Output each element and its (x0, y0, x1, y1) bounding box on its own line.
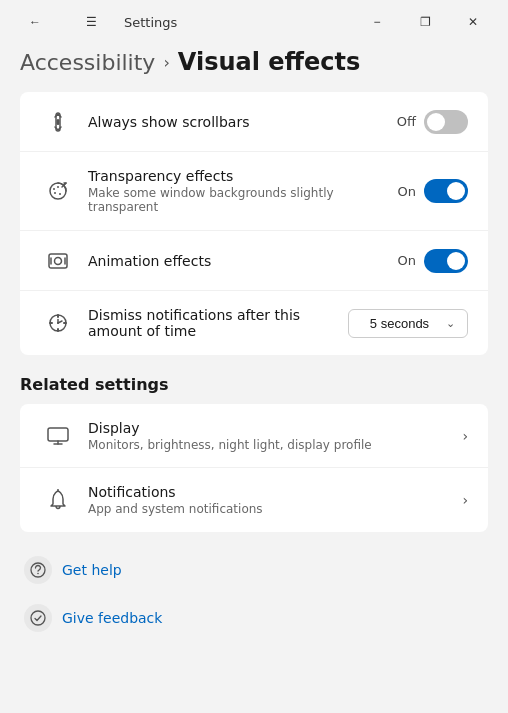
titlebar-controls: − ❐ ✕ (354, 8, 496, 36)
display-row[interactable]: Display Monitors, brightness, night ligh… (20, 404, 488, 468)
get-help-link[interactable]: Get help (20, 548, 488, 592)
scrollbars-toggle[interactable] (424, 110, 468, 134)
notifications-text: Notifications App and system notificatio… (76, 484, 462, 516)
scrollbars-label: Always show scrollbars (88, 114, 385, 130)
chevron-down-icon: ⌄ (446, 317, 455, 330)
transparency-sublabel: Make some window backgrounds slightly tr… (88, 186, 386, 214)
svg-point-4 (57, 186, 59, 188)
transparency-icon (40, 180, 76, 202)
animation-icon (40, 250, 76, 272)
display-icon (40, 427, 76, 445)
notifications-dismiss-row: Dismiss notifications after this amount … (20, 291, 488, 355)
give-feedback-link[interactable]: Give feedback (20, 596, 488, 640)
give-feedback-label: Give feedback (62, 610, 162, 626)
transparency-toggle[interactable] (424, 179, 468, 203)
display-chevron-icon: › (462, 428, 468, 444)
feedback-icon (24, 604, 52, 632)
settings-card: Always show scrollbars Off (20, 92, 488, 355)
transparency-toggle-thumb (447, 182, 465, 200)
help-icon (24, 556, 52, 584)
back-button[interactable]: ← (12, 8, 58, 36)
svg-point-18 (57, 322, 59, 324)
scrollbars-row: Always show scrollbars Off (20, 92, 488, 152)
dropdown-value: 5 seconds (361, 316, 438, 331)
titlebar-left: ← ☰ Settings (12, 8, 177, 36)
svg-point-8 (55, 257, 62, 264)
svg-point-5 (54, 192, 56, 194)
animation-control: On (398, 249, 468, 273)
hamburger-button[interactable]: ☰ (68, 8, 114, 36)
breadcrumb-parent[interactable]: Accessibility (20, 50, 155, 75)
notifications-chevron-icon: › (462, 492, 468, 508)
close-button[interactable]: ✕ (450, 8, 496, 36)
notifications-row[interactable]: Notifications App and system notificatio… (20, 468, 488, 532)
footer-links: Get help Give feedback (20, 548, 488, 656)
back-icon: ← (29, 15, 41, 29)
svg-point-25 (31, 611, 45, 625)
notifications-dismiss-text: Dismiss notifications after this amount … (76, 307, 348, 339)
svg-rect-1 (57, 119, 60, 125)
minimize-button[interactable]: − (354, 8, 400, 36)
hamburger-icon: ☰ (86, 15, 97, 29)
animation-text: Animation effects (76, 253, 398, 269)
bell-icon (40, 489, 76, 511)
titlebar: ← ☰ Settings − ❐ ✕ (0, 0, 508, 40)
related-settings-card: Display Monitors, brightness, night ligh… (20, 404, 488, 532)
notifications-dismiss-label: Dismiss notifications after this amount … (88, 307, 336, 339)
scrollbars-text: Always show scrollbars (76, 114, 397, 130)
svg-point-24 (37, 573, 39, 575)
display-label: Display (88, 420, 450, 436)
related-settings-heading: Related settings (20, 375, 488, 394)
maximize-button[interactable]: ❐ (402, 8, 448, 36)
get-help-label: Get help (62, 562, 122, 578)
scrollbars-status: Off (397, 114, 416, 129)
transparency-control: On (398, 179, 468, 203)
titlebar-title: Settings (124, 15, 177, 30)
animation-row: Animation effects On (20, 231, 488, 291)
animation-status: On (398, 253, 416, 268)
svg-point-6 (59, 193, 61, 195)
breadcrumb: Accessibility › Visual effects (0, 40, 508, 92)
transparency-status: On (398, 184, 416, 199)
main-content: Always show scrollbars Off (0, 92, 508, 713)
transparency-text: Transparency effects Make some window ba… (76, 168, 398, 214)
scrollbars-control: Off (397, 110, 468, 134)
scrollbar-icon (40, 111, 76, 133)
transparency-row: Transparency effects Make some window ba… (20, 152, 488, 231)
notifications-sublabel: App and system notifications (88, 502, 450, 516)
notifications-dismiss-control: 5 seconds ⌄ (348, 309, 468, 338)
animation-label: Animation effects (88, 253, 386, 269)
page-title: Visual effects (178, 48, 361, 76)
notifications-label: Notifications (88, 484, 450, 500)
notifications-dismiss-icon (40, 312, 76, 334)
animation-toggle-thumb (447, 252, 465, 270)
animation-toggle[interactable] (424, 249, 468, 273)
svg-rect-19 (48, 428, 68, 441)
scrollbars-toggle-thumb (427, 113, 445, 131)
seconds-dropdown[interactable]: 5 seconds ⌄ (348, 309, 468, 338)
svg-point-3 (53, 188, 55, 190)
breadcrumb-separator: › (163, 53, 169, 72)
display-text: Display Monitors, brightness, night ligh… (76, 420, 462, 452)
display-sublabel: Monitors, brightness, night light, displ… (88, 438, 450, 452)
transparency-label: Transparency effects (88, 168, 386, 184)
